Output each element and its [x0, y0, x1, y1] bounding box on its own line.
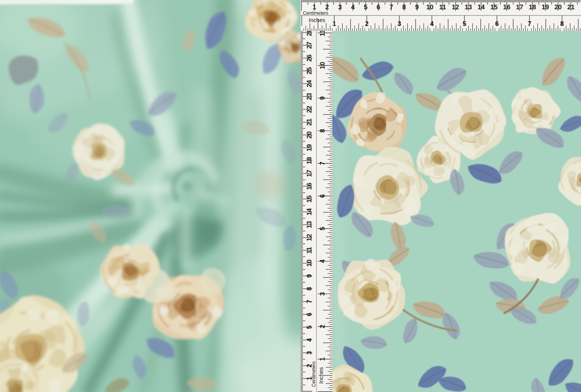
svg-text:2: 2: [325, 3, 329, 11]
svg-text:1: 1: [332, 20, 336, 27]
svg-text:9: 9: [306, 274, 313, 277]
svg-text:10: 10: [319, 62, 326, 69]
svg-text:16: 16: [306, 183, 313, 190]
svg-text:23: 23: [306, 93, 313, 100]
svg-text:4: 4: [351, 3, 355, 11]
svg-text:9: 9: [415, 3, 419, 11]
svg-text:6: 6: [376, 3, 380, 11]
svg-text:27: 27: [306, 41, 313, 49]
svg-text:14: 14: [306, 208, 313, 215]
svg-text:19: 19: [541, 3, 549, 11]
svg-text:7: 7: [319, 161, 326, 165]
svg-text:3: 3: [397, 20, 401, 27]
svg-text:18: 18: [306, 157, 313, 164]
svg-text:Inches: Inches: [318, 367, 324, 384]
svg-text:7: 7: [528, 20, 531, 27]
svg-text:4: 4: [319, 259, 326, 263]
svg-text:5: 5: [319, 227, 326, 230]
svg-text:11: 11: [439, 3, 446, 11]
svg-text:8: 8: [319, 129, 326, 132]
svg-text:17: 17: [306, 170, 313, 177]
svg-text:20: 20: [554, 3, 562, 11]
svg-text:9: 9: [319, 96, 326, 100]
svg-text:21: 21: [306, 118, 313, 126]
svg-text:Centimeters: Centimeters: [303, 10, 328, 16]
svg-text:10: 10: [426, 3, 433, 11]
svg-text:2: 2: [319, 325, 326, 328]
svg-text:22: 22: [306, 106, 313, 113]
svg-text:4: 4: [306, 338, 313, 342]
svg-text:10: 10: [306, 259, 313, 267]
svg-text:Centimeters: Centimeters: [311, 361, 316, 387]
svg-text:25: 25: [306, 67, 313, 75]
svg-text:8: 8: [402, 3, 406, 11]
svg-text:6: 6: [306, 313, 313, 316]
svg-text:8: 8: [306, 287, 313, 290]
svg-text:19: 19: [306, 144, 313, 151]
svg-text:5: 5: [462, 20, 466, 27]
svg-text:1: 1: [313, 3, 316, 11]
svg-text:11: 11: [306, 247, 313, 254]
svg-text:6: 6: [319, 194, 326, 198]
svg-text:17: 17: [516, 3, 523, 11]
svg-text:3: 3: [319, 292, 326, 296]
svg-text:21: 21: [567, 3, 574, 11]
svg-text:12: 12: [306, 234, 313, 241]
svg-text:6: 6: [495, 20, 498, 27]
svg-text:20: 20: [306, 131, 313, 139]
svg-text:1: 1: [319, 357, 326, 361]
svg-text:7: 7: [389, 3, 393, 11]
svg-text:15: 15: [490, 3, 498, 11]
svg-text:16: 16: [503, 3, 511, 11]
svg-text:13: 13: [464, 3, 472, 11]
svg-text:3: 3: [306, 351, 313, 354]
svg-text:12: 12: [452, 3, 459, 11]
svg-text:3: 3: [338, 3, 342, 11]
svg-text:24: 24: [306, 80, 313, 87]
svg-text:5: 5: [364, 3, 367, 11]
svg-text:5: 5: [306, 325, 313, 329]
svg-text:14: 14: [478, 3, 485, 11]
svg-text:15: 15: [306, 195, 313, 203]
svg-text:26: 26: [306, 55, 313, 62]
svg-text:Inches: Inches: [309, 17, 325, 23]
svg-text:7: 7: [306, 300, 313, 303]
svg-text:2: 2: [365, 20, 368, 27]
svg-text:8: 8: [560, 20, 564, 27]
svg-text:4: 4: [430, 20, 434, 27]
svg-text:13: 13: [306, 221, 313, 228]
svg-text:18: 18: [529, 3, 536, 11]
